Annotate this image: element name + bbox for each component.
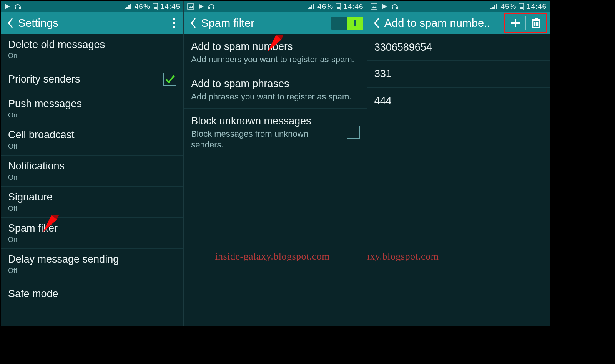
svg-marker-0 bbox=[5, 4, 10, 9]
row-value: Off bbox=[8, 205, 176, 213]
back-icon[interactable] bbox=[371, 15, 382, 31]
app-bar: Spam filter bbox=[184, 12, 366, 34]
headphones-icon bbox=[208, 3, 215, 10]
status-bar: 46% 14:45 bbox=[1, 1, 183, 12]
highlighted-actions bbox=[504, 13, 547, 33]
spam-filter-toggle[interactable] bbox=[331, 17, 363, 30]
svg-rect-3 bbox=[125, 8, 126, 9]
action-separator bbox=[525, 16, 526, 30]
checkbox-checked[interactable] bbox=[163, 73, 176, 86]
watermark: inside-galaxy.blogspot.com bbox=[367, 251, 439, 262]
svg-rect-6 bbox=[130, 4, 131, 9]
svg-rect-4 bbox=[126, 7, 128, 9]
watermark: inside-galaxy.blogspot.com bbox=[215, 251, 330, 262]
row-delay-message-sending[interactable]: Delay message sending Off bbox=[1, 249, 183, 280]
play-icon bbox=[381, 3, 387, 10]
row-title: Signature bbox=[8, 191, 176, 203]
signal-icon bbox=[308, 3, 315, 10]
svg-rect-20 bbox=[308, 8, 309, 9]
status-bar: 46% 14:46 bbox=[184, 1, 366, 12]
svg-rect-18 bbox=[208, 7, 210, 9]
svg-rect-23 bbox=[313, 4, 314, 9]
row-value: Off bbox=[8, 142, 176, 151]
spam-number: 444 bbox=[374, 94, 543, 107]
row-push-messages[interactable]: Push messages On bbox=[1, 93, 183, 124]
list-item[interactable]: 444 bbox=[367, 88, 550, 114]
svg-rect-9 bbox=[154, 7, 157, 9]
row-value: Off bbox=[8, 267, 176, 275]
svg-rect-1 bbox=[15, 7, 16, 9]
row-add-spam-phrases[interactable]: Add to spam phrases Add phrases you want… bbox=[184, 71, 366, 109]
svg-rect-48 bbox=[535, 18, 538, 19]
row-priority-senders[interactable]: Priority senders bbox=[1, 65, 183, 93]
checkbox-unchecked[interactable] bbox=[347, 126, 360, 139]
row-desc: Add phrases you want to register as spam… bbox=[191, 91, 359, 102]
svg-rect-32 bbox=[392, 7, 393, 9]
row-spam-filter[interactable]: Spam filter On bbox=[1, 218, 183, 249]
row-title: Spam filter bbox=[8, 222, 176, 234]
row-desc: Add numbers you want to register as spam… bbox=[191, 54, 359, 65]
image-icon bbox=[371, 3, 377, 10]
clock: 14:46 bbox=[526, 2, 547, 11]
row-title: Safe mode bbox=[8, 288, 176, 300]
row-signature[interactable]: Signature Off bbox=[1, 187, 183, 218]
back-icon[interactable] bbox=[5, 15, 16, 31]
clock: 14:46 bbox=[343, 2, 364, 11]
svg-rect-33 bbox=[396, 7, 398, 9]
svg-marker-16 bbox=[188, 6, 193, 8]
list-item[interactable]: 331 bbox=[367, 61, 550, 87]
row-value: On bbox=[8, 236, 176, 244]
pane-spam-filter: 46% 14:46 Spam filter Add to spam number… bbox=[184, 1, 367, 326]
svg-rect-19 bbox=[213, 7, 214, 9]
list-item[interactable]: 3306589654 bbox=[367, 34, 550, 61]
svg-rect-21 bbox=[309, 7, 311, 9]
page-title: Add to spam numbe.. bbox=[384, 17, 504, 30]
row-title: Notifications bbox=[8, 160, 176, 172]
overflow-menu-icon[interactable] bbox=[168, 17, 180, 29]
page-title: Spam filter bbox=[201, 17, 331, 30]
page-title: Settings bbox=[18, 17, 168, 30]
back-icon[interactable] bbox=[188, 15, 199, 31]
svg-rect-22 bbox=[311, 5, 312, 9]
pane-add-spam-numbers: 45% 14:46 Add to spam numbe.. 3306589654… bbox=[367, 1, 550, 326]
row-value: On bbox=[8, 174, 176, 182]
battery-percent: 45% bbox=[500, 2, 516, 11]
row-safe-mode[interactable]: Safe mode bbox=[1, 280, 183, 308]
play-icon bbox=[198, 3, 204, 10]
battery-icon bbox=[336, 3, 341, 10]
svg-point-10 bbox=[173, 18, 175, 20]
app-bar: Settings bbox=[1, 12, 183, 34]
status-bar: 45% 14:46 bbox=[367, 1, 550, 12]
row-title: Push messages bbox=[8, 98, 176, 110]
row-title: Delete old messages bbox=[8, 38, 176, 51]
signal-icon bbox=[490, 3, 498, 10]
add-icon[interactable] bbox=[507, 15, 524, 31]
svg-marker-17 bbox=[199, 4, 204, 9]
row-value: On bbox=[8, 111, 176, 120]
signal-icon bbox=[125, 3, 132, 10]
row-title: Add to spam phrases bbox=[191, 78, 359, 90]
spam-number: 331 bbox=[374, 68, 543, 80]
headphones-icon bbox=[391, 3, 398, 10]
svg-rect-5 bbox=[128, 5, 130, 9]
svg-rect-35 bbox=[492, 7, 494, 9]
svg-rect-34 bbox=[490, 8, 492, 9]
row-title: Block unknown messages bbox=[191, 115, 359, 127]
row-delete-old-messages[interactable]: Delete old messages On bbox=[1, 34, 183, 65]
trash-icon[interactable] bbox=[528, 15, 545, 31]
battery-percent: 46% bbox=[317, 2, 333, 11]
row-desc: Block messages from unknown senders. bbox=[191, 129, 359, 150]
svg-point-12 bbox=[173, 26, 175, 28]
row-title: Priority senders bbox=[8, 73, 176, 85]
spam-number: 3306589654 bbox=[374, 41, 543, 53]
svg-rect-2 bbox=[19, 7, 21, 9]
row-notifications[interactable]: Notifications On bbox=[1, 156, 183, 187]
svg-point-11 bbox=[173, 22, 175, 24]
row-cell-broadcast[interactable]: Cell broadcast Off bbox=[1, 124, 183, 156]
svg-rect-47 bbox=[532, 19, 540, 20]
svg-marker-31 bbox=[382, 4, 387, 9]
image-icon bbox=[187, 3, 194, 10]
row-block-unknown[interactable]: Block unknown messages Block messages fr… bbox=[184, 109, 366, 156]
svg-rect-37 bbox=[496, 4, 497, 9]
battery-icon bbox=[153, 3, 158, 10]
